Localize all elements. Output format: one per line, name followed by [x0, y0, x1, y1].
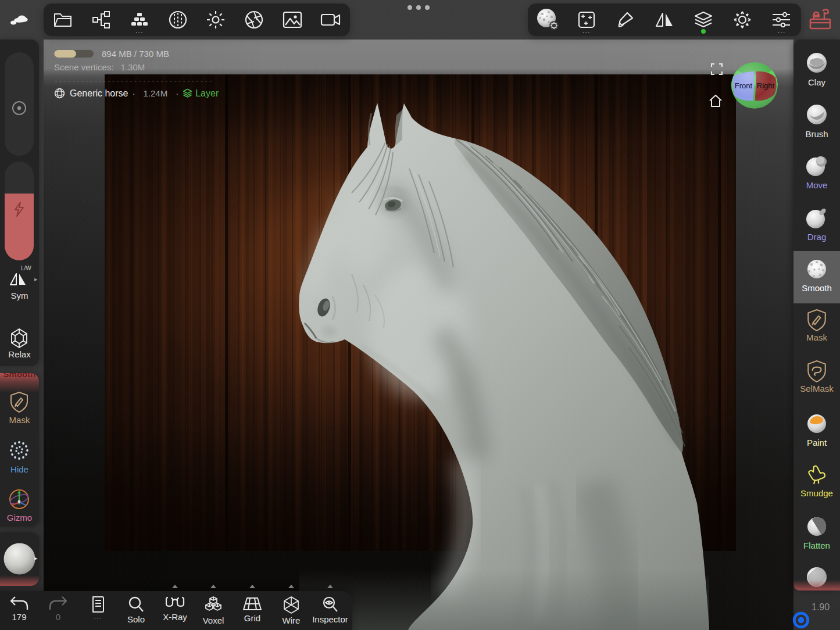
aperture-icon: [244, 10, 264, 30]
files-button[interactable]: [44, 3, 82, 36]
brush-ball-icon: [804, 103, 830, 128]
flatten-ball-icon: [804, 514, 830, 540]
brush-alpha-button[interactable]: [528, 3, 567, 36]
caret-up-icon[interactable]: [210, 585, 216, 588]
caret-up-icon[interactable]: [327, 585, 333, 588]
clay-ball-icon: [804, 51, 830, 77]
material-button[interactable]: [159, 3, 197, 36]
undo-button[interactable]: 179: [0, 596, 38, 622]
hide-tool-label[interactable]: Hide: [0, 464, 39, 474]
layers-icon: [694, 11, 713, 28]
tool-smooth-selected[interactable]: Smooth: [793, 257, 840, 293]
viewport-3d[interactable]: 894 MB / 730 MB Scene vertices:1.30M ---…: [44, 40, 793, 630]
more-indicator: ···: [567, 30, 606, 34]
layer-link[interactable]: Layer: [195, 88, 219, 99]
top-toolbar-left: ···: [44, 3, 350, 36]
mirror-triangle-icon: [655, 12, 674, 28]
intensity-slider[interactable]: [5, 162, 34, 260]
camera-button[interactable]: [312, 3, 350, 36]
background-button[interactable]: [273, 3, 312, 36]
left-panel-matcap: ▸: [0, 532, 39, 586]
tool-mask[interactable]: Mask: [793, 309, 840, 342]
interface-button[interactable]: ···: [762, 3, 801, 36]
tool-brush[interactable]: Brush: [793, 103, 840, 139]
matcap-expand-arrow-icon[interactable]: ▸: [34, 554, 38, 562]
intensity-bolt-icon: [5, 199, 34, 220]
top-toolbar-right: ··· ···: [528, 3, 801, 36]
toolbox-button[interactable]: [807, 6, 834, 32]
app-logo-icon[interactable]: [8, 9, 30, 29]
redo-count: 0: [39, 612, 77, 622]
tool-flatten[interactable]: Flatten: [793, 514, 840, 550]
redo-icon: [48, 596, 68, 611]
lighting-button[interactable]: [197, 3, 235, 36]
mesh-sphere-icon: [54, 88, 65, 99]
caret-up-icon[interactable]: [249, 585, 255, 588]
sym-tool-label[interactable]: Sym: [0, 291, 39, 300]
tool-move[interactable]: Move: [793, 154, 840, 190]
gizmo-tool-label[interactable]: Gizmo: [0, 513, 39, 522]
scrolled-smooth-banner[interactable]: Smooth: [0, 373, 39, 393]
grid-button[interactable]: Grid: [233, 596, 271, 623]
solo-button[interactable]: Solo: [117, 596, 155, 624]
redo-button[interactable]: 0: [39, 596, 77, 622]
scene-info: 894 MB / 730 MB Scene vertices:1.30M ---…: [54, 49, 219, 99]
object-name[interactable]: Generic horse: [70, 88, 128, 99]
relax-tool-label[interactable]: Relax: [0, 349, 39, 359]
memory-usage-text: 894 MB / 730 MB: [102, 49, 169, 59]
toolbox-red-icon: [807, 6, 834, 32]
expand-arrow-icon[interactable]: ▸: [34, 275, 38, 283]
stroke-settings-icon: [577, 10, 596, 29]
horse-sculpture[interactable]: [244, 81, 756, 630]
tool-smudge[interactable]: Smudge: [793, 463, 840, 498]
tool-clay[interactable]: Clay: [793, 51, 840, 87]
caret-up-icon[interactable]: [288, 585, 294, 588]
panel-scroll-glow: [793, 580, 840, 590]
fullscreen-icon[interactable]: [710, 63, 723, 76]
tool-paint[interactable]: Paint: [793, 411, 840, 448]
history-button[interactable]: ···: [78, 596, 117, 621]
node-graph-icon: [92, 10, 110, 29]
painting-button[interactable]: [606, 3, 645, 36]
gear-icon: [732, 10, 752, 30]
gizmo-icon[interactable]: [6, 487, 32, 511]
journal-icon: [90, 596, 106, 613]
more-indicator: ···: [120, 30, 159, 34]
mask-tool-label[interactable]: Mask: [0, 415, 39, 425]
folder-icon: [53, 11, 73, 28]
image-icon: [283, 11, 302, 28]
scene-graph-button[interactable]: [82, 3, 120, 36]
home-icon[interactable]: [708, 94, 723, 109]
wire-button[interactable]: Wire: [272, 596, 310, 625]
voxel-button[interactable]: Voxel: [194, 596, 233, 625]
orientation-gizmo[interactable]: Front Right: [730, 61, 779, 110]
inspector-button[interactable]: Inspector: [311, 596, 349, 624]
layers-button[interactable]: [684, 3, 723, 36]
hide-icon[interactable]: [6, 438, 32, 463]
paint-ball-icon: [804, 411, 830, 437]
panel-scroll-glow: [0, 575, 39, 586]
alpha-ball-icon: [535, 7, 560, 33]
symmetry-button[interactable]: [645, 3, 684, 36]
matcap-sphere-icon[interactable]: [3, 542, 36, 575]
radius-slider[interactable]: [5, 52, 34, 156]
multires-bricks-icon: [129, 12, 150, 28]
postprocess-button[interactable]: [235, 3, 273, 36]
scene-vertices-label: Scene vertices:: [54, 62, 114, 72]
tool-drag[interactable]: Drag: [793, 206, 840, 242]
scene-vertices-value: 1.30M: [121, 62, 145, 72]
relax-icon[interactable]: [6, 327, 32, 350]
stroke-button[interactable]: ···: [567, 3, 606, 36]
undo-count: 179: [0, 612, 38, 622]
tool-selmask[interactable]: SelMask: [793, 360, 840, 393]
mask-icon[interactable]: [6, 391, 32, 414]
settings-button[interactable]: [723, 3, 762, 36]
sliders-icon: [771, 11, 791, 28]
xray-button[interactable]: X-Ray: [156, 596, 194, 622]
paintbrush-icon: [616, 10, 635, 30]
topology-button[interactable]: ···: [120, 3, 159, 36]
history-more-dots: ···: [78, 614, 117, 621]
material-sphere-icon: [168, 10, 188, 30]
caret-up-icon[interactable]: [172, 585, 178, 588]
sym-icon[interactable]: [9, 271, 27, 287]
